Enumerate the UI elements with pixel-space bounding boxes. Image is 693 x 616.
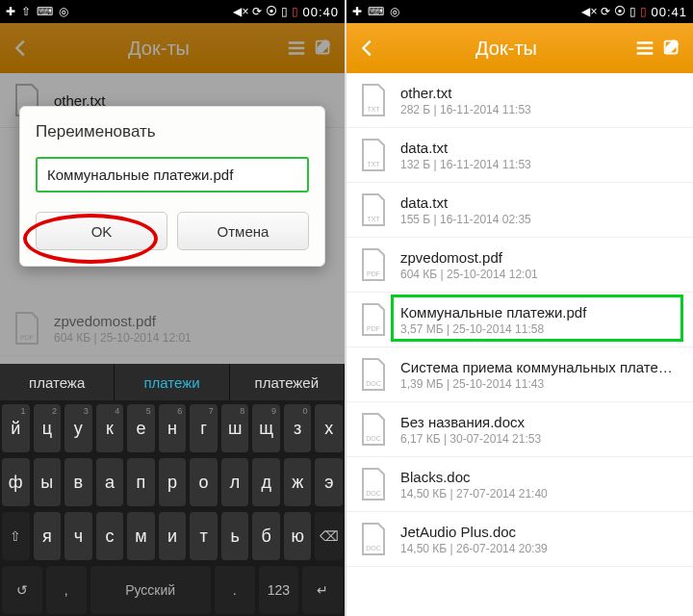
key-ю[interactable]: ю (284, 512, 312, 560)
wifi-icon: ⦿ (614, 5, 626, 18)
key-з[interactable]: з0 (284, 404, 312, 452)
key-т[interactable]: т (190, 512, 218, 560)
key-enter[interactable]: ↵ (302, 566, 343, 614)
target-icon: ◎ (59, 5, 68, 18)
svg-text:PDF: PDF (367, 270, 380, 277)
file-name: data.txt (400, 194, 681, 211)
key-ч[interactable]: ч (64, 512, 92, 560)
key-и[interactable]: и (159, 512, 187, 560)
key-ш[interactable]: ш8 (221, 404, 249, 452)
mute-icon: ◀× (581, 5, 597, 18)
key-к[interactable]: к4 (96, 404, 124, 452)
key-ц[interactable]: ц2 (34, 404, 62, 452)
key-о[interactable]: о (190, 458, 218, 506)
key-п[interactable]: п (127, 458, 155, 506)
file-row[interactable]: DOCJetAudio Plus.doc14,50 КБ | 26-07-201… (346, 512, 693, 567)
key-х[interactable]: х (315, 404, 343, 452)
key-м[interactable]: м (127, 512, 155, 560)
file-meta: 14,50 КБ | 27-07-2014 21:40 (400, 487, 681, 500)
svg-text:TXT: TXT (367, 216, 380, 222)
file-meta: 14,50 КБ | 26-07-2014 20:39 (400, 542, 681, 555)
key-space[interactable]: Русский (90, 566, 211, 614)
key-ж[interactable]: ж (284, 458, 312, 506)
file-row[interactable]: DOCСистема приема коммунальных платежей1… (346, 347, 693, 402)
cancel-button[interactable]: Отмена (177, 212, 309, 250)
back-icon[interactable] (354, 35, 381, 62)
left-screenshot: ✚ ⇧ ⌨ ◎ ◀× ⟳ ⦿ ▯ ▯ 00:40 Док-ты TXT othe… (0, 0, 346, 616)
file-row[interactable]: DOCБез названия.docx6,17 КБ | 30-07-2014… (346, 402, 693, 457)
key-ь[interactable]: ь (221, 512, 249, 560)
svg-text:DOC: DOC (366, 435, 381, 442)
doc-file-icon: DOC (358, 522, 389, 556)
file-row[interactable]: TXTdata.txt132 Б | 16-11-2014 11:53 (346, 128, 693, 183)
key-г[interactable]: г7 (190, 404, 218, 452)
rename-dialog: Переименовать OK Отмена (19, 106, 325, 267)
file-row[interactable]: TXTdata.txt155 Б | 16-11-2014 02:35 (346, 183, 693, 238)
key-ы[interactable]: ы (34, 458, 62, 506)
suggestion[interactable]: платежей (230, 364, 345, 400)
file-name: JetAudio Plus.doc (400, 524, 681, 540)
file-name: Blacks.doc (400, 469, 681, 485)
plus-icon: ✚ (6, 5, 15, 18)
file-name: Система приема коммунальных платежей (400, 359, 681, 375)
key-⌫[interactable]: ⌫ (315, 512, 343, 560)
key-б[interactable]: б (252, 512, 280, 560)
file-name: other.txt (400, 85, 681, 101)
clock: 00:41 (651, 5, 687, 19)
key-э[interactable]: э (315, 458, 343, 506)
key-comma[interactable]: , (46, 566, 87, 614)
file-row[interactable]: DOCBlacks.doc14,50 КБ | 27-07-2014 21:40 (346, 457, 693, 512)
battery-alert-icon: ▯ (640, 5, 647, 18)
sync-icon: ⟳ (252, 5, 262, 18)
key-я[interactable]: я (34, 512, 62, 560)
file-meta: 282 Б | 16-11-2014 11:53 (400, 103, 681, 116)
file-row[interactable]: TXTother.txt282 Б | 16-11-2014 11:53 (346, 73, 693, 128)
key-ф[interactable]: ф (2, 458, 30, 506)
keyboard-icon: ⌨ (37, 5, 53, 18)
dialog-title: Переименовать (36, 122, 309, 141)
rename-input[interactable] (36, 157, 309, 192)
battery-alert-icon: ▯ (292, 5, 298, 18)
svg-text:TXT: TXT (367, 106, 380, 113)
compose-icon[interactable] (658, 35, 685, 62)
key-dot[interactable]: . (215, 566, 255, 614)
key-й[interactable]: й1 (2, 404, 30, 452)
file-row[interactable]: PDFzpvedomost.pdf604 КБ | 25-10-2014 12:… (346, 238, 693, 293)
key-р[interactable]: р (159, 458, 187, 506)
file-meta: 132 Б | 16-11-2014 11:53 (400, 158, 681, 171)
svg-text:DOC: DOC (366, 545, 381, 552)
status-bar: ✚ ⇧ ⌨ ◎ ◀× ⟳ ⦿ ▯ ▯ 00:40 (0, 0, 345, 23)
annotation-green-rect (391, 295, 683, 342)
suggestion[interactable]: платежи (115, 364, 229, 400)
key-⇧[interactable]: ⇧ (2, 512, 30, 560)
svg-text:TXT: TXT (367, 161, 380, 167)
pdf-file-icon: PDF (358, 247, 389, 282)
key-в[interactable]: в (64, 458, 92, 506)
txt-file-icon: TXT (358, 192, 389, 227)
key-л[interactable]: л (221, 458, 249, 506)
page-title: Док-ты (381, 38, 631, 60)
menu-icon[interactable] (631, 35, 658, 62)
key-н[interactable]: н6 (159, 404, 187, 452)
key-е[interactable]: е5 (127, 404, 155, 452)
key-numbers[interactable]: 123 (259, 566, 299, 614)
wifi-icon: ⦿ (266, 5, 277, 18)
doc-file-icon: DOC (358, 467, 389, 501)
file-meta: 604 КБ | 25-10-2014 12:01 (400, 268, 681, 281)
key-а[interactable]: а (96, 458, 124, 506)
soft-keyboard: платежа платежи платежей й1ц2у3к4е5н6г7ш… (0, 364, 345, 616)
suggestion[interactable]: платежа (0, 364, 115, 400)
upload-icon: ⇧ (21, 5, 31, 18)
key-swype[interactable]: ↺ (2, 566, 42, 614)
file-name: zpvedomost.pdf (400, 249, 681, 266)
key-д[interactable]: д (252, 458, 280, 506)
key-с[interactable]: с (96, 512, 124, 560)
ok-button[interactable]: OK (36, 212, 167, 250)
svg-text:DOC: DOC (366, 490, 381, 497)
file-meta: 6,17 КБ | 30-07-2014 21:53 (400, 432, 681, 446)
plus-icon: ✚ (352, 5, 362, 18)
target-icon: ◎ (390, 5, 399, 18)
key-щ[interactable]: щ9 (252, 404, 280, 452)
file-meta: 155 Б | 16-11-2014 02:35 (400, 213, 681, 226)
key-у[interactable]: у3 (64, 404, 92, 452)
